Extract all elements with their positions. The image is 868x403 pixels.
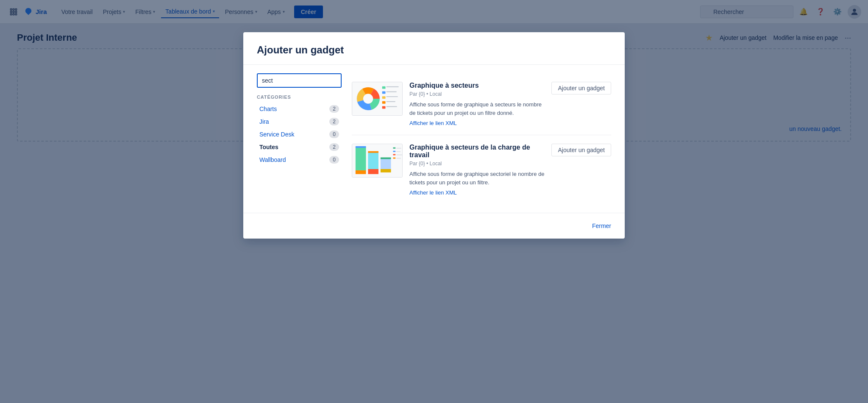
svg-point-12: [363, 94, 373, 103]
svg-rect-27: [368, 152, 378, 169]
modal-overlay[interactable]: Ajouter un gadget CATÉGORIES Charts 2 Ji…: [0, 0, 868, 403]
svg-rect-25: [356, 170, 366, 174]
category-toutes[interactable]: Toutes 2: [257, 141, 342, 153]
svg-rect-22: [386, 106, 397, 107]
category-jira[interactable]: Jira 2: [257, 116, 342, 128]
add-gadget-modal: Ajouter un gadget CATÉGORIES Charts 2 Ji…: [243, 32, 625, 239]
svg-rect-35: [393, 150, 395, 152]
gadget-list: Graphique à secteurs Par {0} • Local Aff…: [352, 73, 611, 204]
svg-rect-15: [382, 91, 386, 94]
add-gadget-pie-button[interactable]: Ajouter un gadget: [551, 82, 611, 94]
gadget-xml-workload[interactable]: Afficher le lien XML: [409, 189, 457, 196]
gadget-desc-pie: Affiche sous forme de graphique à secteu…: [409, 100, 545, 117]
gadget-xml-pie[interactable]: Afficher le lien XML: [409, 120, 457, 126]
modal-body: CATÉGORIES Charts 2 Jira 2 Service Desk …: [243, 65, 625, 213]
gadget-thumbnail-workload: [352, 144, 403, 178]
svg-rect-36: [396, 151, 401, 152]
gadget-name-workload: Graphique à secteurs de la charge de tra…: [409, 144, 545, 159]
gadget-search-wrap: [257, 73, 342, 88]
gadget-name-pie: Graphique à secteurs: [409, 82, 545, 89]
categories-label: CATÉGORIES: [257, 94, 342, 100]
svg-rect-40: [396, 158, 401, 158]
category-service-desk[interactable]: Service Desk 0: [257, 128, 342, 140]
svg-rect-14: [386, 86, 398, 87]
gadget-desc-workload: Affiche sous forme de graphique sectorie…: [409, 170, 545, 186]
close-modal-button[interactable]: Fermer: [592, 220, 611, 232]
svg-rect-37: [393, 154, 395, 155]
category-charts[interactable]: Charts 2: [257, 103, 342, 115]
gadget-action-pie: Ajouter un gadget: [551, 82, 611, 94]
category-wallboard[interactable]: Wallboard 0: [257, 154, 342, 166]
add-gadget-workload-button[interactable]: Ajouter un gadget: [551, 144, 611, 156]
gadget-meta-pie: Par {0} • Local: [409, 91, 545, 97]
gadget-info-workload: Graphique à secteurs de la charge de tra…: [409, 144, 545, 196]
svg-rect-33: [393, 147, 395, 149]
svg-rect-17: [382, 96, 386, 99]
svg-rect-21: [382, 106, 386, 109]
gadget-action-workload: Ajouter un gadget: [551, 144, 611, 156]
svg-rect-28: [368, 169, 378, 174]
gadget-info-pie: Graphique à secteurs Par {0} • Local Aff…: [409, 82, 545, 126]
modal-sidebar: CATÉGORIES Charts 2 Jira 2 Service Desk …: [257, 73, 342, 204]
gadget-item-pie: Graphique à secteurs Par {0} • Local Aff…: [352, 73, 611, 135]
svg-rect-29: [368, 151, 378, 153]
modal-header: Ajouter un gadget: [243, 32, 625, 65]
svg-rect-20: [386, 101, 395, 102]
modal-title: Ajouter un gadget: [257, 44, 611, 56]
svg-rect-24: [356, 147, 366, 170]
svg-rect-19: [382, 101, 386, 104]
svg-rect-32: [381, 157, 391, 159]
svg-rect-31: [381, 169, 391, 172]
svg-rect-16: [386, 91, 396, 92]
svg-rect-26: [356, 146, 366, 148]
svg-rect-30: [381, 158, 391, 169]
gadget-item-workload: Graphique à secteurs de la charge de tra…: [352, 135, 611, 204]
svg-rect-34: [396, 148, 401, 149]
gadget-thumbnail-pie: [352, 82, 403, 116]
svg-rect-39: [393, 157, 395, 158]
svg-rect-38: [396, 154, 402, 155]
gadget-search-input[interactable]: [257, 73, 342, 88]
svg-rect-13: [382, 86, 386, 89]
svg-rect-18: [386, 96, 398, 97]
gadget-meta-workload: Par {0} • Local: [409, 161, 545, 167]
modal-footer: Fermer: [243, 213, 625, 239]
